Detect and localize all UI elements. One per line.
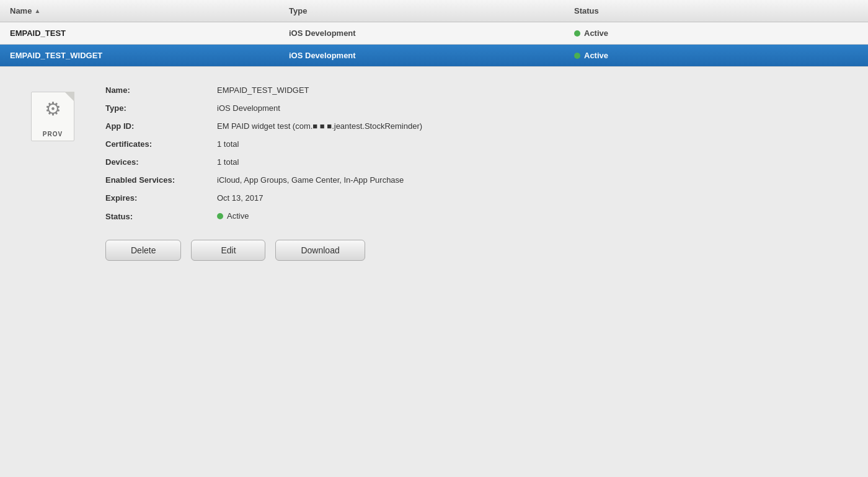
name-value: EMPAID_TEST_WIDGET — [217, 85, 309, 95]
appid-value: EM PAID widget test (com.■ ■ ■.jeantest.… — [217, 121, 422, 131]
status-label: Status: — [105, 212, 217, 221]
detail-row-certificates: Certificates: 1 total — [105, 139, 843, 149]
status-dot-icon — [574, 53, 580, 59]
main-container: Name ▲ Type Status EMPAID_TEST iOS Devel… — [0, 0, 868, 477]
enabled-services-value: iCloud, App Groups, Game Center, In-App … — [217, 175, 404, 185]
detail-row-devices: Devices: 1 total — [105, 157, 843, 167]
detail-row-enabled-services: Enabled Services: iCloud, App Groups, Ga… — [105, 175, 843, 185]
type-label: Type: — [105, 103, 217, 113]
column-header-status: Status — [564, 4, 868, 18]
status-active-dot-icon — [217, 213, 223, 219]
table-row-selected[interactable]: EMPAID_TEST_WIDGET iOS Development Activ… — [0, 45, 868, 67]
row2-name: EMPAID_TEST_WIDGET — [0, 48, 279, 63]
type-value: iOS Development — [217, 103, 280, 113]
detail-row-name: Name: EMPAID_TEST_WIDGET — [105, 85, 843, 95]
row1-name: EMPAID_TEST — [0, 26, 279, 40]
name-label: Name: — [105, 85, 217, 95]
status-value: Active — [217, 211, 249, 221]
detail-info: Name: EMPAID_TEST_WIDGET Type: iOS Devel… — [105, 85, 843, 458]
expires-value: Oct 13, 2017 — [217, 193, 263, 203]
row2-type: iOS Development — [279, 48, 564, 63]
row1-status: Active — [564, 26, 868, 40]
detail-row-expires: Expires: Oct 13, 2017 — [105, 193, 843, 203]
detail-row-type: Type: iOS Development — [105, 103, 843, 113]
table-header: Name ▲ Type Status — [0, 0, 868, 22]
detail-content: ⚙ PROV Name: EMPAID_TEST_WIDGET Type: iO… — [25, 85, 843, 458]
expires-label: Expires: — [105, 193, 217, 203]
enabled-services-label: Enabled Services: — [105, 175, 217, 185]
gear-icon: ⚙ — [45, 98, 61, 120]
appid-label: App ID: — [105, 121, 217, 131]
download-button[interactable]: Download — [275, 240, 365, 261]
row2-status: Active — [564, 48, 868, 63]
status-dot-icon — [574, 30, 580, 37]
detail-row-appid: App ID: EM PAID widget test (com.■ ■ ■.j… — [105, 121, 843, 131]
prov-file: ⚙ PROV — [31, 92, 74, 141]
column-header-type: Type — [279, 4, 564, 18]
sort-arrow-icon: ▲ — [34, 7, 40, 14]
prov-file-label: PROV — [43, 131, 63, 138]
provisioning-file-icon: ⚙ PROV — [25, 92, 81, 458]
column-header-name: Name ▲ — [0, 4, 279, 18]
devices-label: Devices: — [105, 157, 217, 167]
row1-type: iOS Development — [279, 26, 564, 40]
certificates-value: 1 total — [217, 139, 239, 149]
table-row[interactable]: EMPAID_TEST iOS Development Active — [0, 22, 868, 45]
devices-value: 1 total — [217, 157, 239, 167]
edit-button[interactable]: Edit — [191, 240, 265, 261]
certificates-label: Certificates: — [105, 139, 217, 149]
button-row: Delete Edit Download — [105, 234, 843, 261]
detail-panel: ⚙ PROV Name: EMPAID_TEST_WIDGET Type: iO… — [0, 67, 868, 477]
delete-button[interactable]: Delete — [105, 240, 181, 261]
detail-row-status: Status: Active — [105, 211, 843, 221]
